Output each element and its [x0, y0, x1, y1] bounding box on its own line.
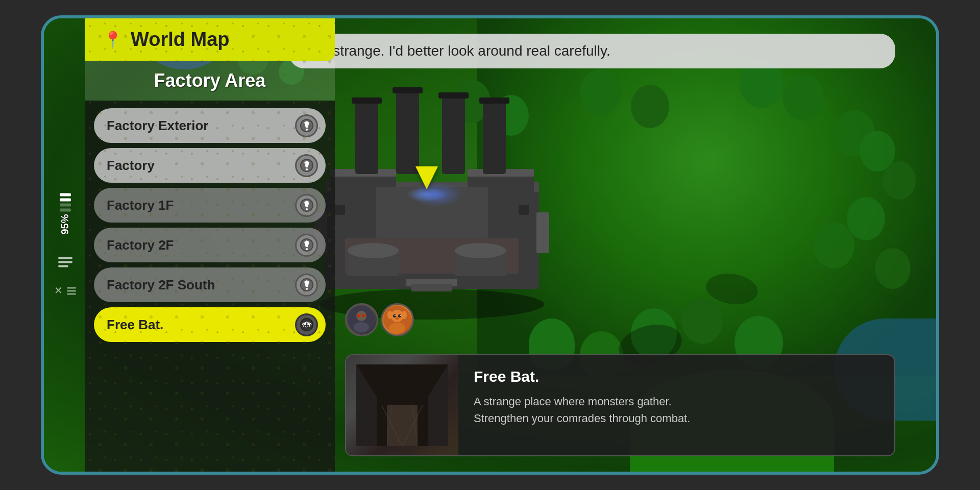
- info-desc-line1: A strange place where monsters gather.: [474, 395, 672, 408]
- svg-point-45: [396, 317, 399, 320]
- info-desc-line2: Strengthen your comrades through combat.: [474, 412, 690, 425]
- svg-rect-9: [355, 100, 378, 174]
- svg-point-39: [387, 311, 393, 319]
- menu-lines-icon[interactable]: [58, 255, 72, 270]
- info-preview-image: [346, 355, 458, 455]
- svg-point-37: [391, 310, 403, 322]
- svg-rect-51: [377, 375, 387, 446]
- svg-rect-14: [393, 87, 423, 93]
- svg-rect-15: [438, 92, 469, 99]
- svg-rect-10: [396, 90, 419, 174]
- world-map-header: 📍 World Map: [85, 18, 335, 61]
- svg-point-43: [395, 315, 396, 316]
- avatar-2: [381, 303, 414, 336]
- svg-point-24: [455, 243, 506, 258]
- close-control[interactable]: ✕: [54, 285, 76, 297]
- svg-rect-25: [335, 205, 345, 215]
- battery-bar-2: [60, 198, 71, 201]
- svg-point-44: [400, 315, 401, 316]
- battery-bars: [60, 193, 71, 211]
- svg-point-31: [354, 322, 369, 332]
- battery-bar-4: [60, 208, 71, 211]
- svg-point-35: [364, 314, 365, 315]
- svg-point-38: [389, 323, 405, 334]
- hud-left: 95% ✕: [54, 193, 76, 297]
- svg-point-42: [398, 314, 401, 317]
- svg-rect-52: [418, 375, 428, 446]
- svg-point-32: [357, 314, 360, 317]
- svg-rect-13: [352, 97, 382, 104]
- svg-point-41: [393, 314, 396, 317]
- info-panel: Free Bat. A strange place where monsters…: [345, 354, 895, 456]
- svg-rect-11: [442, 95, 465, 174]
- device-frame: e is strange. I'd better look around rea…: [41, 15, 939, 475]
- battery-indicator: 95%: [59, 193, 71, 234]
- close-x-icon: ✕: [54, 285, 63, 297]
- svg-point-40: [402, 311, 407, 319]
- battery-bar-3: [60, 203, 71, 206]
- svg-rect-18: [536, 212, 549, 253]
- svg-rect-28: [411, 284, 452, 291]
- battery-bar-1: [60, 193, 71, 196]
- battery-percent: 95%: [59, 214, 71, 234]
- dialog-box: e is strange. I'd better look around rea…: [289, 34, 895, 68]
- character-avatars: [345, 303, 414, 336]
- svg-rect-26: [519, 205, 529, 215]
- info-title: Free Bat.: [474, 368, 879, 385]
- avatar-1: [345, 303, 378, 336]
- svg-point-33: [362, 314, 365, 317]
- info-text-container: Free Bat. A strange place where monsters…: [458, 355, 894, 455]
- dialog-text: e is strange. I'd better look around rea…: [307, 43, 610, 59]
- info-description: A strange place where monsters gather. S…: [474, 393, 879, 427]
- svg-point-34: [359, 314, 360, 315]
- close-lines-icon: [67, 287, 76, 295]
- svg-rect-16: [479, 97, 509, 104]
- left-panel: 📍 World Map Factory Area Factory Exterio…: [85, 18, 335, 472]
- svg-point-21: [348, 243, 399, 258]
- svg-rect-12: [483, 100, 506, 174]
